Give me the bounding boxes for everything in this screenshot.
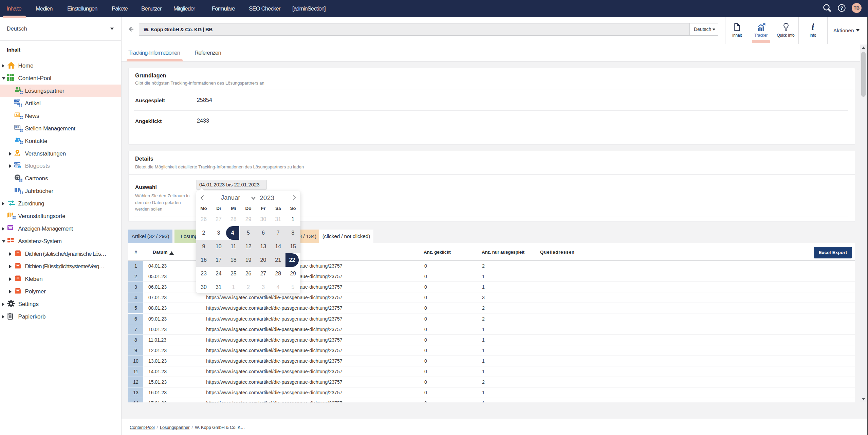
svg-text:?: ?: [840, 5, 843, 11]
